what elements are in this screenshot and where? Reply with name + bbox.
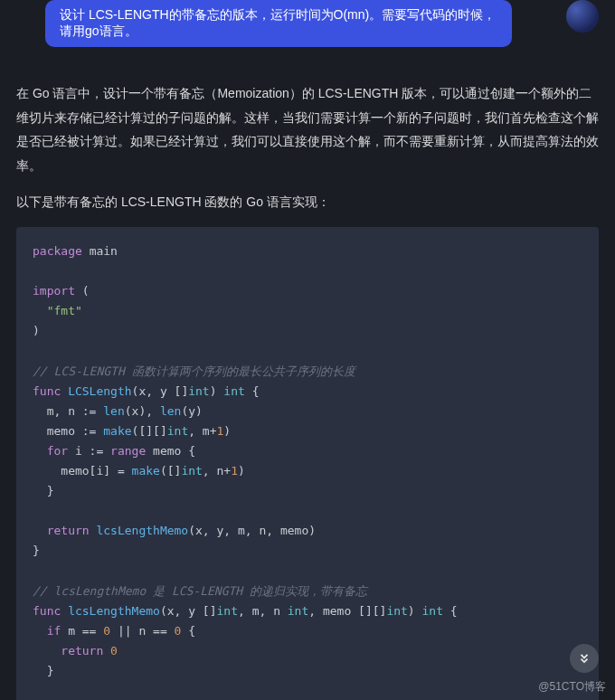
code-block[interactable]: package main import ( "fmt" ) // LCS-LEN… xyxy=(16,227,599,700)
code-p: memo[i] = xyxy=(33,464,132,478)
code-fn-len: len xyxy=(160,404,181,418)
code-p xyxy=(33,644,61,657)
code-p: || n == xyxy=(110,624,174,638)
code-p: ) xyxy=(238,464,245,478)
code-fn-lcslength: LCSLength xyxy=(68,384,131,398)
avatar[interactable] xyxy=(566,0,599,33)
code-kw-func: func xyxy=(33,384,61,398)
code-fn-memo: lcsLengthMemo xyxy=(96,524,188,537)
code-p: m, n := xyxy=(33,404,103,418)
code-type: int xyxy=(188,384,209,398)
code-fn-make: make xyxy=(132,464,160,478)
code-p: (x), xyxy=(125,404,160,418)
code-p: ) xyxy=(210,384,224,398)
code-comment-2: // lcsLengthMemo 是 LCS-LENGTH 的递归实现，带有备忘 xyxy=(33,584,367,598)
code-kw-if: if xyxy=(47,624,62,638)
code-import-fmt: "fmt" xyxy=(47,304,82,317)
user-message-bubble: 设计 LCS-LENGTH的带备忘的版本，运行时间为O(mn)。需要写代码的时候… xyxy=(45,0,512,47)
code-p: ([][] xyxy=(132,424,167,438)
code-p: , n+ xyxy=(203,464,231,478)
code-type: int xyxy=(288,604,308,618)
code-p: (y) xyxy=(181,404,202,418)
code-p: { xyxy=(245,384,260,398)
code-kw-import: import xyxy=(33,284,75,298)
code-p: ) xyxy=(223,424,231,438)
code-p: } xyxy=(33,664,53,677)
code-pkg-name: main xyxy=(90,244,118,258)
code-num: 0 xyxy=(103,624,110,638)
code-p: , m, n xyxy=(238,604,288,618)
code-p: , memo [][] xyxy=(308,604,386,618)
code-type: int xyxy=(181,464,202,478)
assistant-reply: 在 Go 语言中，设计一个带有备忘（Memoization）的 LCS-LENG… xyxy=(16,81,599,214)
code-p: memo := xyxy=(33,424,103,438)
code-p: { xyxy=(181,624,195,638)
code-p: { xyxy=(443,604,458,618)
code-p: i := xyxy=(68,444,110,458)
code-type: int xyxy=(223,384,244,398)
scroll-down-button[interactable] xyxy=(570,644,599,673)
code-p: } xyxy=(33,544,40,557)
chevron-double-down-icon xyxy=(578,652,591,665)
code-kw-func: func xyxy=(33,604,61,618)
code-p: memo { xyxy=(146,444,195,458)
code-kw-for: for xyxy=(47,444,68,458)
code-p: (x, y, m, n, memo) xyxy=(188,524,316,537)
code-num: 0 xyxy=(110,644,118,657)
code-type: int xyxy=(167,424,188,438)
code-fn-memo: lcsLengthMemo xyxy=(68,604,160,618)
code-fn-make: make xyxy=(103,424,131,438)
reply-paragraph-1: 在 Go 语言中，设计一个带有备忘（Memoization）的 LCS-LENG… xyxy=(16,81,599,177)
code-type: int xyxy=(386,604,407,618)
code-p: ) xyxy=(408,604,422,618)
code-kw-return: return xyxy=(61,644,103,657)
watermark: @51CTO博客 xyxy=(538,679,606,695)
code-num: 1 xyxy=(231,464,238,478)
code-p: (x, y [] xyxy=(160,604,217,618)
code-type: int xyxy=(422,604,443,618)
code-p: , m+ xyxy=(188,424,216,438)
code-p: } xyxy=(33,484,53,497)
code-p: ( xyxy=(75,284,90,298)
code-kw-package: package xyxy=(33,244,82,258)
code-kw-return: return xyxy=(47,524,90,537)
code-type: int xyxy=(217,604,238,618)
code-p: ) xyxy=(33,324,40,337)
code-p: m == xyxy=(61,624,103,638)
reply-paragraph-2: 以下是带有备忘的 LCS-LENGTH 函数的 Go 语言实现： xyxy=(16,190,599,214)
code-comment-1: // LCS-LENGTH 函数计算两个序列的最长公共子序列的长度 xyxy=(33,364,355,378)
code-kw-range: range xyxy=(110,444,146,458)
code-p: (x, y [] xyxy=(132,384,189,398)
user-message-text: 设计 LCS-LENGTH的带备忘的版本，运行时间为O(mn)。需要写代码的时候… xyxy=(60,7,496,38)
code-p: ([] xyxy=(160,464,181,478)
code-fn-len: len xyxy=(103,404,124,418)
